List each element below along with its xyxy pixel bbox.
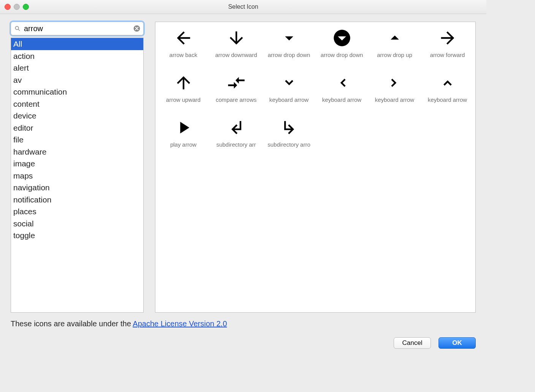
category-item-toggle[interactable]: toggle	[11, 229, 143, 242]
icon-cell-arrow-drop-down-circle[interactable]: arrow drop down	[315, 24, 368, 69]
clear-search-icon[interactable]	[133, 25, 141, 32]
arrow-back-icon	[174, 24, 193, 52]
icon-label: compare arrows	[210, 96, 263, 103]
keyboard-arrow-up-icon	[438, 69, 457, 96]
category-item-navigation[interactable]: navigation	[11, 182, 143, 194]
category-item-social[interactable]: social	[11, 218, 143, 230]
compare-arrows-icon	[226, 69, 246, 96]
arrow-drop-down-circle-icon	[332, 24, 352, 52]
arrow-forward-icon	[438, 24, 457, 52]
svg-point-0	[15, 26, 19, 30]
icon-cell-arrow-back[interactable]: arrow back	[157, 24, 210, 69]
category-item-communication[interactable]: communication	[11, 86, 143, 98]
category-item-action[interactable]: action	[11, 50, 143, 62]
icon-label: keyboard arrow	[368, 96, 421, 103]
icon-cell-keyboard-arrow-right[interactable]: keyboard arrow	[368, 69, 421, 114]
subdirectory-arrow-left-icon	[226, 114, 246, 141]
icon-grid: arrow backarrow downwardarrow drop downa…	[157, 24, 474, 159]
category-item-editor[interactable]: editor	[11, 122, 143, 134]
icon-label: keyboard arrow	[421, 96, 474, 103]
select-icon-dialog: Select Icon Allactionalertavcommunicatio…	[0, 0, 486, 357]
category-item-alert[interactable]: alert	[11, 62, 143, 74]
category-item-places[interactable]: places	[11, 205, 143, 218]
category-item-maps[interactable]: maps	[11, 170, 143, 182]
icon-cell-arrow-forward[interactable]: arrow forward	[421, 24, 474, 69]
category-item-file[interactable]: file	[11, 134, 143, 146]
icon-label: arrow back	[157, 52, 210, 58]
play-arrow-icon	[174, 114, 193, 141]
icon-cell-subdirectory-arrow-right[interactable]: subdirectory arro	[263, 114, 315, 159]
icon-label: keyboard arrow	[263, 96, 315, 103]
category-item-all[interactable]: All	[11, 38, 143, 50]
window-title: Select Icon	[0, 3, 486, 10]
icon-label: arrow downward	[210, 52, 263, 58]
svg-line-1	[18, 29, 20, 31]
search-input[interactable]	[11, 22, 144, 35]
icon-cell-compare-arrows[interactable]: compare arrows	[210, 69, 263, 114]
license-prefix: These icons are available under the	[11, 319, 133, 328]
keyboard-arrow-right-icon	[385, 69, 405, 96]
icon-cell-keyboard-arrow-left[interactable]: keyboard arrow	[315, 69, 368, 114]
icon-cell-arrow-upward[interactable]: arrow upward	[157, 69, 210, 114]
icon-label: arrow drop down	[263, 52, 315, 58]
license-text: These icons are available under the Apac…	[11, 319, 476, 328]
keyboard-arrow-left-icon	[332, 69, 352, 96]
arrow-downward-icon	[226, 24, 246, 52]
category-item-device[interactable]: device	[11, 110, 143, 122]
keyboard-arrow-down-icon	[279, 69, 299, 96]
icon-label: arrow drop down	[315, 52, 368, 58]
icon-label: arrow upward	[157, 96, 210, 103]
category-item-av[interactable]: av	[11, 74, 143, 86]
icon-cell-keyboard-arrow-down[interactable]: keyboard arrow	[263, 69, 315, 114]
icon-cell-arrow-drop-down[interactable]: arrow drop down	[263, 24, 315, 69]
category-item-notification[interactable]: notification	[11, 194, 143, 206]
icon-label: subdirectory arro	[263, 141, 315, 148]
arrow-drop-down-icon	[279, 24, 299, 52]
license-link[interactable]: Apache License Version 2.0	[133, 319, 227, 328]
subdirectory-arrow-right-icon	[279, 114, 299, 141]
icon-cell-arrow-downward[interactable]: arrow downward	[210, 24, 263, 69]
search-icon	[14, 25, 21, 32]
arrow-drop-up-icon	[385, 24, 405, 52]
icon-grid-panel: arrow backarrow downwardarrow drop downa…	[155, 22, 476, 313]
icon-label: play arrow	[157, 141, 210, 148]
icon-label: arrow forward	[421, 52, 474, 58]
icon-cell-keyboard-arrow-up[interactable]: keyboard arrow	[421, 69, 474, 114]
icon-label: keyboard arrow	[315, 96, 368, 103]
ok-button[interactable]: OK	[438, 337, 476, 349]
icon-cell-arrow-drop-up[interactable]: arrow drop up	[368, 24, 421, 69]
icon-cell-subdirectory-arrow-left[interactable]: subdirectory arr	[210, 114, 263, 159]
category-item-image[interactable]: image	[11, 158, 143, 170]
search-field-wrap	[11, 22, 144, 35]
category-list[interactable]: Allactionalertavcommunicationcontentdevi…	[11, 38, 144, 313]
icon-cell-play-arrow[interactable]: play arrow	[157, 114, 210, 159]
category-item-content[interactable]: content	[11, 98, 143, 110]
icon-label: subdirectory arr	[210, 141, 263, 148]
cancel-button[interactable]: Cancel	[394, 337, 431, 349]
category-item-hardware[interactable]: hardware	[11, 146, 143, 158]
icon-label: arrow drop up	[368, 52, 421, 58]
titlebar: Select Icon	[0, 0, 486, 14]
arrow-upward-icon	[174, 69, 193, 96]
